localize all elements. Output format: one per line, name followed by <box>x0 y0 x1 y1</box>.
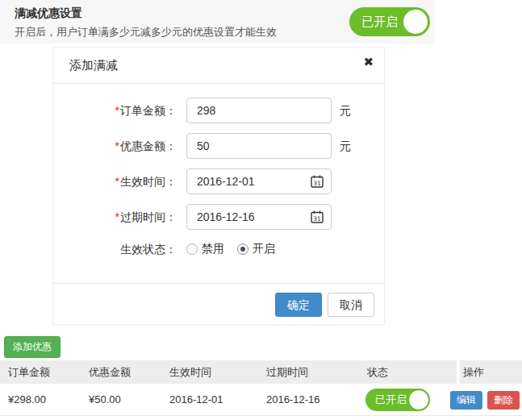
required-mark: * <box>115 139 119 152</box>
status-row: 生效状态： 禁用 开启 <box>53 241 384 257</box>
master-enable-toggle[interactable]: 已开启 <box>349 7 430 36</box>
edit-button[interactable]: 编辑 <box>450 391 482 410</box>
col-expire-date: 过期时间 <box>266 360 308 384</box>
calendar-icon[interactable]: 31 <box>310 174 324 189</box>
cell-expire-date: 2016-12-16 <box>266 384 320 416</box>
page: 满减优惠设置 开启后，用户订单满多少元减多少元的优惠设置才能生效 已开启 添加满… <box>0 0 522 420</box>
expire-date-row: *过期时间： 31 <box>53 204 384 230</box>
row-toggle-label: 已开启 <box>375 393 407 407</box>
table-header: 订单金额 优惠金额 生效时间 过期时间 状态 操作 <box>0 360 522 384</box>
cancel-button[interactable]: 取消 <box>328 293 374 317</box>
calendar-icon[interactable]: 31 <box>310 210 324 224</box>
radio-enabled-label: 开启 <box>253 242 275 256</box>
close-icon[interactable]: ✖ <box>363 56 374 68</box>
order-amount-unit: 元 <box>340 98 351 123</box>
header-gap <box>457 360 460 384</box>
settings-panel: 满减优惠设置 开启后，用户订单满多少元减多少元的优惠设置才能生效 已开启 <box>0 0 434 44</box>
page-title: 满减优惠设置 <box>15 6 82 21</box>
modal-header: 添加满减 ✖ <box>53 48 384 84</box>
order-amount-row: *订单金额： 元 <box>53 98 384 123</box>
col-discount-amount: 优惠金额 <box>89 360 131 384</box>
modal-title: 添加满减 <box>69 58 118 73</box>
col-order-amount: 订单金额 <box>8 360 50 384</box>
order-amount-label: *订单金额： <box>53 98 177 123</box>
row-toggle-knob <box>408 389 429 410</box>
table-row: ¥298.00 ¥50.00 2016-12-01 2016-12-16 已开启… <box>0 384 522 416</box>
add-discount-modal: 添加满减 ✖ *订单金额： 元 *优惠金额： 元 *生效时间： 31 <box>52 47 385 325</box>
add-discount-button[interactable]: 添加优惠 <box>4 336 61 358</box>
svg-text:31: 31 <box>313 180 321 187</box>
radio-disabled-label: 禁用 <box>202 242 224 256</box>
confirm-button[interactable]: 确定 <box>275 293 322 317</box>
expire-date-label: *过期时间： <box>53 204 177 230</box>
toggle-knob <box>403 10 428 34</box>
radio-disabled[interactable]: 禁用 <box>186 242 224 256</box>
cell-start-date: 2016-12-01 <box>169 384 223 416</box>
svg-text:31: 31 <box>313 215 321 222</box>
col-status: 状态 <box>367 360 388 384</box>
status-radio-group: 禁用 开启 <box>186 241 275 257</box>
discount-amount-label: *优惠金额： <box>53 133 177 159</box>
cell-order-amount: ¥298.00 <box>8 384 46 416</box>
radio-circle-icon <box>186 243 198 255</box>
col-actions: 操作 <box>463 360 484 384</box>
delete-button[interactable]: 删除 <box>487 391 520 410</box>
order-amount-input[interactable] <box>186 98 332 123</box>
required-mark: * <box>115 210 119 223</box>
required-mark: * <box>115 175 119 188</box>
start-date-row: *生效时间： 31 <box>53 168 384 194</box>
radio-circle-checked-icon <box>237 243 248 255</box>
discount-amount-input[interactable] <box>186 133 332 159</box>
start-date-label: *生效时间： <box>53 168 177 194</box>
radio-enabled[interactable]: 开启 <box>237 242 275 256</box>
discount-amount-unit: 元 <box>340 133 351 159</box>
toggle-state-label: 已开启 <box>361 15 398 30</box>
required-mark: * <box>115 104 119 117</box>
row-status-toggle[interactable]: 已开启 <box>365 389 430 411</box>
page-description: 开启后，用户订单满多少元减多少元的优惠设置才能生效 <box>15 25 277 40</box>
status-label: 生效状态： <box>53 241 177 257</box>
discount-amount-row: *优惠金额： 元 <box>53 133 384 159</box>
cell-discount-amount: ¥50.00 <box>89 384 121 416</box>
modal-footer: 确定 取消 <box>53 283 384 326</box>
col-start-date: 生效时间 <box>169 360 211 384</box>
